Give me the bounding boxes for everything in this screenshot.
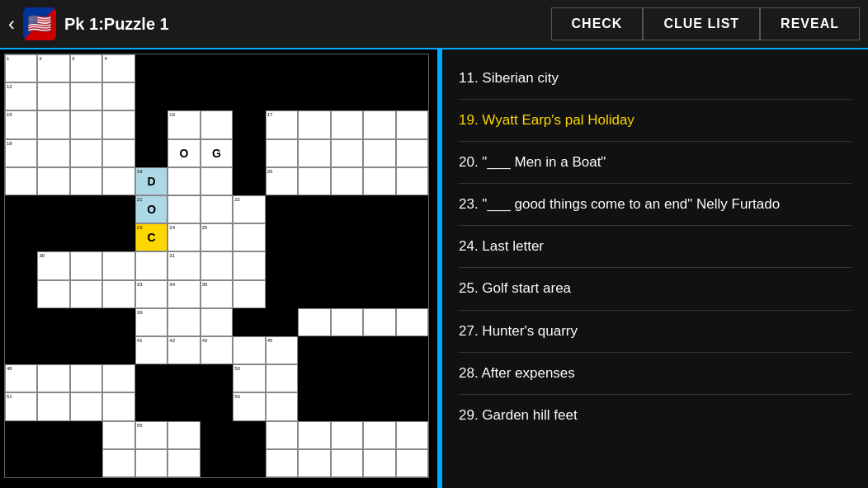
grid-cell[interactable] <box>200 364 233 392</box>
grid-cell[interactable] <box>266 223 298 251</box>
grid-cell[interactable] <box>37 364 69 392</box>
grid-cell[interactable] <box>396 167 428 195</box>
grid-cell[interactable] <box>200 195 233 223</box>
clue-20[interactable]: 20. "___ Men in a Boat" <box>459 142 851 184</box>
grid-cell[interactable]: 18 <box>5 139 37 167</box>
grid-cell[interactable] <box>37 280 69 308</box>
grid-cell[interactable]: 34 <box>167 280 200 308</box>
grid-cell[interactable] <box>298 167 330 195</box>
grid-cell[interactable] <box>331 167 363 195</box>
grid-cell[interactable] <box>5 308 37 336</box>
grid-cell[interactable] <box>102 364 134 392</box>
grid-cell[interactable] <box>266 139 298 167</box>
grid-cell[interactable] <box>167 308 200 336</box>
grid-cell[interactable] <box>167 449 200 477</box>
grid-cell[interactable] <box>102 195 134 223</box>
grid-cell[interactable] <box>70 308 102 336</box>
grid-cell[interactable] <box>37 110 69 138</box>
grid-cell[interactable]: 41 <box>135 336 167 364</box>
grid-cell[interactable] <box>70 251 102 279</box>
grid-cell[interactable] <box>363 82 395 110</box>
grid-cell[interactable] <box>363 449 395 477</box>
grid-cell[interactable] <box>363 336 395 364</box>
grid-cell[interactable]: 12 <box>5 82 37 110</box>
grid-cell[interactable] <box>396 54 428 82</box>
grid-cell[interactable] <box>396 308 428 336</box>
grid-cell[interactable] <box>102 223 134 251</box>
grid-cell[interactable] <box>37 167 69 195</box>
grid-cell[interactable] <box>233 280 265 308</box>
grid-cell[interactable] <box>5 280 37 308</box>
grid-cell[interactable] <box>37 308 69 336</box>
grid-cell[interactable] <box>298 139 330 167</box>
grid-cell[interactable] <box>233 449 265 477</box>
grid-cell[interactable] <box>200 392 233 420</box>
grid-cell[interactable] <box>233 139 265 167</box>
grid-cell[interactable] <box>5 223 37 251</box>
grid-cell[interactable] <box>5 421 37 449</box>
grid-cell[interactable] <box>396 336 428 364</box>
grid-cell[interactable] <box>298 251 330 279</box>
clue-list-button[interactable]: CLUE LIST <box>643 7 760 40</box>
grid-cell[interactable] <box>167 54 200 82</box>
grid-cell[interactable] <box>102 110 134 138</box>
grid-cell[interactable] <box>396 392 428 420</box>
grid-cell[interactable]: 43 <box>200 336 233 364</box>
grid-cell[interactable] <box>102 82 134 110</box>
grid-cell[interactable] <box>331 195 363 223</box>
grid-cell[interactable] <box>331 54 363 82</box>
grid-cell[interactable] <box>70 110 102 138</box>
grid-cell[interactable] <box>37 82 69 110</box>
grid-cell[interactable] <box>331 82 363 110</box>
grid-cell[interactable] <box>5 195 37 223</box>
grid-cell[interactable] <box>363 280 395 308</box>
grid-cell[interactable]: 21O <box>135 195 167 223</box>
grid-cell[interactable] <box>70 167 102 195</box>
grid-cell[interactable] <box>135 139 167 167</box>
grid-cell[interactable] <box>37 421 69 449</box>
grid-cell[interactable] <box>331 392 363 420</box>
grid-cell[interactable] <box>135 110 167 138</box>
grid-cell[interactable]: 17 <box>266 110 298 138</box>
grid-cell[interactable] <box>298 336 330 364</box>
grid-cell[interactable]: 20 <box>266 167 298 195</box>
grid-cell[interactable] <box>363 167 395 195</box>
clue-23[interactable]: 23. "___ good things come to an end" Nel… <box>459 184 851 226</box>
grid-cell[interactable] <box>70 139 102 167</box>
grid-cell[interactable] <box>135 82 167 110</box>
back-button[interactable]: ‹ <box>8 12 15 35</box>
grid-cell[interactable] <box>233 308 265 336</box>
clue-28[interactable]: 28. After expenses <box>459 353 851 395</box>
grid-cell[interactable] <box>167 421 200 449</box>
grid-cell[interactable] <box>233 167 265 195</box>
clue-29[interactable]: 29. Garden hill feet <box>459 395 851 436</box>
grid-cell[interactable] <box>363 223 395 251</box>
grid-cell[interactable] <box>167 364 200 392</box>
grid-cell[interactable]: 24 <box>167 223 200 251</box>
grid-cell[interactable] <box>70 421 102 449</box>
grid-cell[interactable]: 45 <box>266 336 298 364</box>
grid-cell[interactable] <box>266 308 298 336</box>
reveal-button[interactable]: REVEAL <box>760 7 860 40</box>
check-button[interactable]: CHECK <box>551 7 644 40</box>
grid-cell[interactable] <box>363 421 395 449</box>
grid-cell[interactable] <box>37 336 69 364</box>
grid-cell[interactable] <box>396 139 428 167</box>
grid-cell[interactable] <box>233 421 265 449</box>
grid-cell[interactable] <box>70 195 102 223</box>
grid-cell[interactable]: O <box>167 139 200 167</box>
grid-cell[interactable] <box>37 195 69 223</box>
grid-cell[interactable] <box>102 336 134 364</box>
grid-cell[interactable] <box>298 110 330 138</box>
grid-cell[interactable] <box>363 195 395 223</box>
grid-cell[interactable] <box>396 449 428 477</box>
grid-cell[interactable] <box>167 167 200 195</box>
grid-cell[interactable] <box>200 308 233 336</box>
grid-cell[interactable] <box>167 82 200 110</box>
grid-cell[interactable] <box>396 110 428 138</box>
grid-cell[interactable]: 51 <box>5 392 37 420</box>
grid-cell[interactable] <box>37 139 69 167</box>
grid-cell[interactable] <box>363 251 395 279</box>
grid-cell[interactable] <box>266 54 298 82</box>
grid-cell[interactable] <box>102 167 134 195</box>
